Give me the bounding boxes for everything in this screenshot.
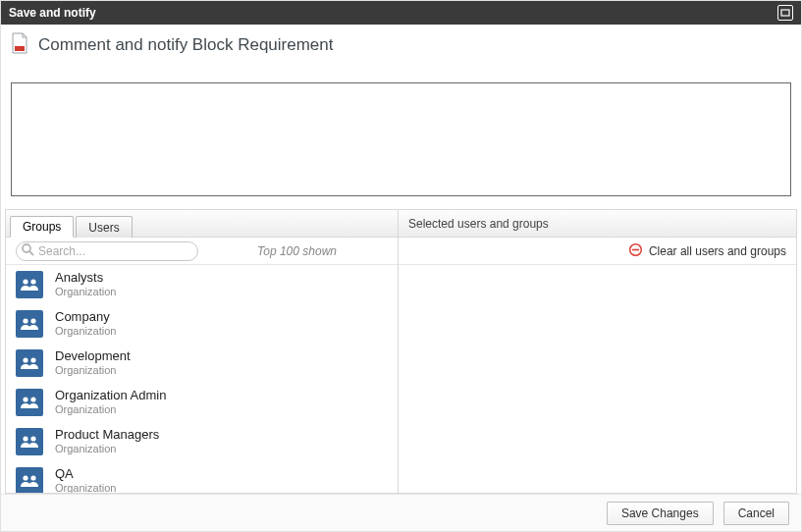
list-item[interactable]: Product ManagersOrganization	[6, 422, 398, 461]
groups-list-wrap: AnalystsOrganizationCompanyOrganizationD…	[6, 265, 398, 493]
group-icon	[16, 428, 43, 455]
list-item-subtitle: Organization	[55, 403, 166, 417]
svg-point-7	[30, 318, 35, 323]
list-item-subtitle: Organization	[55, 325, 116, 339]
list-item[interactable]: Organization AdminOrganization	[6, 383, 398, 422]
list-item-name: Organization Admin	[55, 388, 166, 403]
selected-header: Selected users and groups	[399, 210, 796, 238]
svg-rect-0	[781, 10, 789, 16]
selected-body	[399, 265, 796, 493]
list-item-text: AnalystsOrganization	[55, 270, 116, 299]
svg-rect-17	[632, 248, 639, 250]
search-box	[16, 241, 198, 261]
search-input[interactable]	[34, 243, 191, 259]
list-item-text: CompanyOrganization	[55, 309, 116, 339]
dialog-body: Comment and notify Block Requirement Gro…	[1, 25, 801, 494]
group-icon	[16, 271, 43, 298]
document-icon	[11, 32, 28, 57]
save-changes-button[interactable]: Save Changes	[607, 502, 714, 525]
svg-point-11	[30, 397, 35, 401]
list-item-name: Analysts	[55, 270, 116, 286]
clear-row: Clear all users and groups	[399, 238, 796, 265]
svg-line-3	[29, 251, 33, 255]
svg-point-6	[23, 318, 27, 323]
svg-point-4	[23, 279, 27, 284]
list-item[interactable]: QAOrganization	[6, 461, 398, 493]
user-group-picker: Groups Users Top 100 shown AnalystsOrgan…	[5, 209, 797, 494]
tab-groups[interactable]: Groups	[10, 216, 74, 238]
list-item-name: Development	[55, 348, 131, 364]
svg-point-15	[30, 475, 35, 480]
tab-users[interactable]: Users	[76, 216, 132, 238]
list-item-text: Product ManagersOrganization	[55, 427, 159, 456]
list-item-name: Product Managers	[55, 427, 159, 443]
remove-icon	[628, 242, 643, 260]
page-title: Comment and notify Block Requirement	[38, 35, 333, 55]
list-item-text: DevelopmentOrganization	[55, 348, 131, 378]
groups-list[interactable]: AnalystsOrganizationCompanyOrganizationD…	[6, 265, 398, 493]
svg-point-9	[30, 357, 35, 362]
dialog-footer: Save Changes Cancel	[1, 494, 801, 531]
picker-available-panel: Groups Users Top 100 shown AnalystsOrgan…	[6, 210, 399, 493]
title-bar: Save and notify	[1, 1, 801, 25]
list-item[interactable]: DevelopmentOrganization	[6, 344, 398, 383]
list-item-subtitle: Organization	[55, 482, 116, 493]
group-icon	[16, 467, 43, 493]
group-icon	[16, 349, 43, 377]
list-item-subtitle: Organization	[55, 443, 159, 456]
list-item[interactable]: AnalystsOrganization	[6, 265, 398, 304]
picker-selected-panel: Selected users and groups Clear all user…	[399, 210, 796, 493]
comment-textarea[interactable]	[11, 82, 791, 196]
svg-point-12	[23, 436, 27, 441]
svg-point-8	[23, 357, 27, 362]
comment-area	[11, 82, 791, 199]
svg-rect-1	[15, 46, 25, 51]
svg-point-5	[30, 279, 35, 284]
window-title: Save and notify	[9, 6, 96, 20]
list-item[interactable]: CompanyOrganization	[6, 304, 398, 344]
svg-point-10	[23, 397, 27, 401]
clear-all-link[interactable]: Clear all users and groups	[649, 244, 786, 258]
cancel-button[interactable]: Cancel	[723, 502, 789, 525]
list-item-name: Company	[55, 309, 116, 325]
list-item-text: QAOrganization	[55, 466, 116, 493]
search-hint: Top 100 shown	[206, 244, 388, 258]
list-item-subtitle: Organization	[55, 364, 131, 378]
group-icon	[16, 389, 43, 416]
svg-point-14	[23, 475, 27, 480]
search-row: Top 100 shown	[6, 238, 398, 265]
list-item-text: Organization AdminOrganization	[55, 388, 166, 417]
tabs-row: Groups Users	[6, 210, 398, 238]
list-item-name: QA	[55, 466, 116, 482]
list-item-subtitle: Organization	[55, 286, 116, 299]
window-control-icon[interactable]	[777, 5, 793, 21]
search-icon	[21, 242, 34, 259]
header-row: Comment and notify Block Requirement	[5, 28, 797, 61]
svg-point-13	[30, 436, 35, 441]
group-icon	[16, 310, 43, 338]
dialog-window: Save and notify Comment and notify Block…	[0, 0, 802, 532]
